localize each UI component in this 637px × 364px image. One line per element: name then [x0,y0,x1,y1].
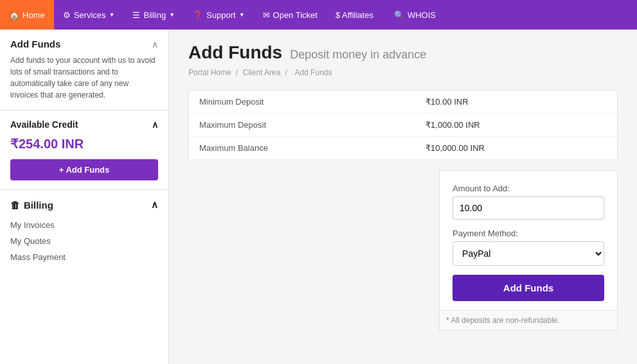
breadcrumb: Portal Home / Client Area / Add Funds [188,68,618,77]
services-icon: ⚙ [63,10,71,20]
disclaimer-text: * All deposits are non-refundable. [440,310,617,330]
billing-toggle[interactable]: ∧ [151,199,158,211]
available-credit-toggle[interactable]: ∧ [152,119,158,130]
services-caret-icon: ▼ [109,12,115,18]
breadcrumb-sep-1: / [236,68,240,77]
table-row: Maximum Balance ₹10,000.00 INR [189,137,618,160]
form-wrapper: Amount to Add: Payment Method: PayPal Ba… [188,170,618,331]
available-credit-title-text: Available Credit [10,119,78,130]
billing-title-text: Billing [24,200,151,211]
max-balance-value: ₹10,000.00 INR [415,137,617,160]
min-deposit-label: Minimum Deposit [189,91,416,114]
nav-services[interactable]: ⚙ Services ▼ [54,0,124,30]
home-icon: 🏠 [9,10,19,20]
payment-method-select[interactable]: PayPal Bank Transfer Credit Card [453,241,604,266]
breadcrumb-sep-2: / [285,68,290,77]
table-row: Minimum Deposit ₹10.00 INR [189,91,618,114]
ticket-icon: ✉ [263,10,270,20]
sidebar-add-funds-toggle[interactable]: ∧ [152,39,158,49]
main-content: Add Funds Deposit money in advance Porta… [169,30,637,364]
support-icon: ❓ [193,10,203,20]
nav-affiliates[interactable]: $ Affiliates [327,0,382,30]
nav-billing-label: Billing [143,10,166,20]
nav-whois[interactable]: 🔍 WHOIS [385,0,445,30]
payment-method-label: Payment Method: [453,229,604,238]
sidebar-add-funds-header: Add Funds ∧ [10,39,158,49]
billing-my-quotes[interactable]: My Quotes [10,233,158,249]
deposit-info-body: Minimum Deposit ₹10.00 INR Maximum Depos… [189,91,618,160]
table-row: Maximum Deposit ₹1,000.00 INR [189,114,618,137]
navbar: 🏠 Home ⚙ Services ▼ ☰ Billing ▼ ❓ Suppor… [0,0,637,30]
sidebar-billing-section: 🗑 Billing ∧ My Invoices My Quotes Mass P… [0,190,168,274]
sidebar-available-credit-section: Available Credit ∧ ₹254.00 INR + Add Fun… [0,110,168,190]
nav-open-ticket[interactable]: ✉ Open Ticket [254,0,327,30]
page-subtitle: Deposit money in advance [290,48,426,62]
credit-amount-value: ₹254.00 INR [10,136,158,152]
page-title: Add Funds [188,42,282,63]
support-caret-icon: ▼ [239,12,245,18]
breadcrumb-portal-home[interactable]: Portal Home [188,68,231,77]
sidebar-add-funds-title: Add Funds [10,39,60,49]
nav-support-label: Support [206,10,236,20]
nav-whois-label: WHOIS [408,10,436,20]
billing-icon: ☰ [132,10,140,20]
available-credit-header: Available Credit ∧ [10,119,158,130]
min-deposit-value: ₹10.00 INR [415,91,617,114]
billing-icon: 🗑 [10,200,20,211]
page-layout: Add Funds ∧ Add funds to your account wi… [0,30,637,364]
submit-add-funds-button[interactable]: Add Funds [453,275,604,301]
nav-services-label: Services [74,10,106,20]
billing-header: 🗑 Billing ∧ [10,199,158,211]
billing-caret-icon: ▼ [169,12,175,18]
nav-affiliates-label: $ Affiliates [336,10,373,20]
billing-my-invoices[interactable]: My Invoices [10,217,158,233]
billing-mass-payment[interactable]: Mass Payment [10,249,158,265]
nav-support[interactable]: ❓ Support ▼ [184,0,253,30]
breadcrumb-add-funds: Add Funds [294,68,332,77]
amount-input[interactable] [453,196,604,220]
nav-billing[interactable]: ☰ Billing ▼ [123,0,184,30]
max-deposit-value: ₹1,000.00 INR [415,114,617,137]
add-funds-form-card: Amount to Add: Payment Method: PayPal Ba… [439,170,618,331]
sidebar: Add Funds ∧ Add funds to your account wi… [0,30,169,364]
max-deposit-label: Maximum Deposit [189,114,416,137]
nav-home[interactable]: 🏠 Home [0,0,54,30]
sidebar-add-funds-button[interactable]: + Add Funds [10,159,158,180]
max-balance-label: Maximum Balance [189,137,416,160]
breadcrumb-client-area[interactable]: Client Area [243,68,281,77]
nav-home-label: Home [22,10,45,20]
page-title-row: Add Funds Deposit money in advance [188,42,618,63]
nav-open-ticket-label: Open Ticket [273,10,318,20]
deposit-info-table: Minimum Deposit ₹10.00 INR Maximum Depos… [188,90,618,160]
sidebar-add-funds-section: Add Funds ∧ Add funds to your account wi… [0,30,168,110]
amount-label: Amount to Add: [453,184,604,193]
sidebar-add-funds-description: Add funds to your account with us to avo… [10,55,158,101]
whois-icon: 🔍 [394,10,404,20]
